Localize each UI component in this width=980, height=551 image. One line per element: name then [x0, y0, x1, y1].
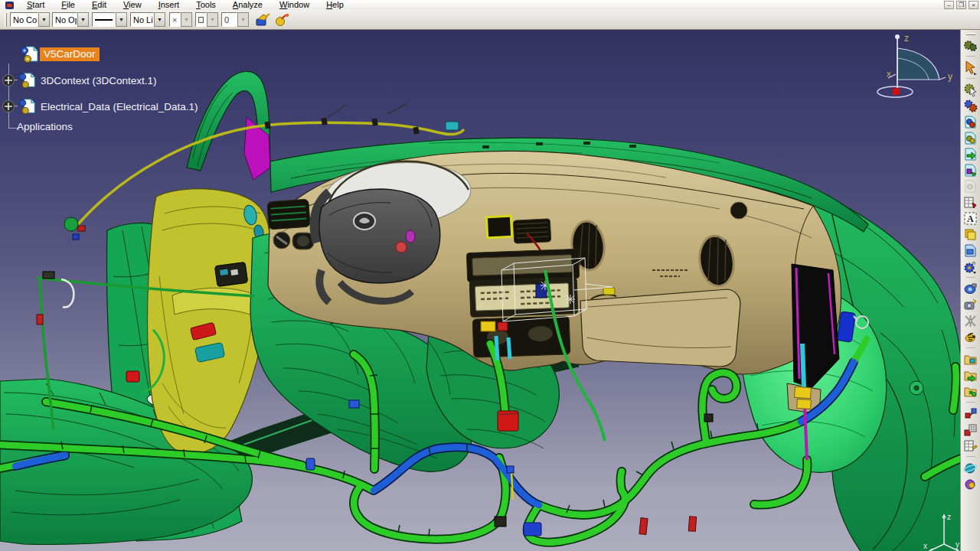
- simulate-bee-icon[interactable]: [963, 330, 978, 344]
- connector-yellow: [481, 321, 495, 331]
- tree-node-electrical-data[interactable]: Electrical_Data (Electrical_Data.1): [2, 97, 198, 116]
- close-button[interactable]: ×: [969, 1, 978, 9]
- rendering-style-combo[interactable]: ▼: [195, 12, 218, 27]
- chevron-down-icon: ▼: [207, 12, 218, 27]
- right-toolbar: A n: [960, 30, 980, 551]
- doc-disabled-icon[interactable]: [963, 179, 978, 194]
- graphic-properties-toolbar: No Col▼ No Opa▼ ▼ No Line▼ ×▼ ▼ 0▼: [0, 10, 980, 30]
- table-edit-icon[interactable]: [963, 195, 978, 210]
- svg-text:n: n: [972, 260, 975, 266]
- sphere-gear-icon[interactable]: [963, 477, 978, 491]
- menu-insert[interactable]: Insert: [150, 0, 188, 10]
- menu-file[interactable]: File: [53, 0, 83, 10]
- line-weight-combo[interactable]: ▼: [92, 12, 127, 27]
- gear-n-icon[interactable]: n: [963, 259, 978, 274]
- square-swatch: [198, 17, 204, 23]
- compass-x-label: x: [887, 69, 891, 78]
- component-icon: [18, 71, 37, 90]
- camera-flash-icon[interactable]: [963, 298, 978, 312]
- link-parts-icon[interactable]: [963, 406, 978, 421]
- toolbar-drag-handle[interactable]: [5, 13, 7, 27]
- layer-combo[interactable]: 0▼: [221, 12, 249, 27]
- folder-export-icon[interactable]: [963, 368, 978, 383]
- wheel-button-red: [396, 242, 407, 253]
- tree-node-label: Applications: [17, 121, 73, 132]
- compass-z-label: z: [904, 33, 909, 44]
- tree-node-applications[interactable]: Applications: [17, 121, 73, 132]
- cube-grid-icon[interactable]: [963, 422, 978, 437]
- chevron-down-icon: ▼: [116, 12, 127, 27]
- opacity-combo[interactable]: No Opa▼: [52, 12, 89, 27]
- graphic-color-combo[interactable]: No Col▼: [10, 12, 50, 27]
- axes-star-icon[interactable]: [963, 314, 978, 328]
- folder-kv-icon[interactable]: [963, 384, 978, 399]
- menu-window[interactable]: Window: [271, 0, 318, 10]
- svg-text:A: A: [967, 214, 974, 224]
- expand-icon[interactable]: [2, 73, 15, 87]
- app-logo-icon: [0, 1, 18, 10]
- compass-y-label: y: [948, 71, 952, 82]
- toolbar-drag-handle[interactable]: [966, 33, 975, 35]
- menu-tools[interactable]: Tools: [188, 0, 224, 10]
- menu-help[interactable]: Help: [318, 0, 352, 10]
- menu-view[interactable]: View: [115, 0, 150, 10]
- chevron-down-icon: ▼: [38, 12, 50, 27]
- glove-box: [580, 288, 740, 367]
- expand-icon[interactable]: [2, 99, 15, 113]
- triad-z-label: z: [947, 513, 951, 521]
- render-camera-icon[interactable]: [963, 282, 978, 296]
- line-type-combo[interactable]: No Line▼: [130, 12, 165, 27]
- sphere-render-icon[interactable]: [963, 461, 978, 475]
- restore-button[interactable]: ❐: [956, 1, 966, 9]
- triad-y-label: y: [956, 540, 959, 549]
- menu-edit[interactable]: Edit: [83, 0, 115, 10]
- doc-gears-icon[interactable]: [963, 115, 978, 129]
- select-cursor-icon[interactable]: [963, 60, 978, 75]
- doc-import-icon[interactable]: [963, 163, 978, 178]
- product-icon: [20, 44, 40, 64]
- chevron-down-icon: ▼: [154, 12, 165, 27]
- chevron-down-icon: ▼: [181, 12, 192, 27]
- text-frame-icon[interactable]: A: [963, 211, 978, 226]
- tree-node-label: Electrical_Data (Electrical_Data.1): [41, 101, 198, 112]
- tree-node-root[interactable]: V5CarDoor: [20, 44, 100, 64]
- layers-icon[interactable]: [963, 227, 978, 242]
- chevron-down-icon: ▼: [237, 12, 249, 27]
- gear-select-icon[interactable]: [963, 83, 978, 97]
- component-icon: [18, 97, 37, 116]
- doc-gear-icon[interactable]: [963, 131, 978, 145]
- doc-export-icon[interactable]: [963, 147, 978, 161]
- chevron-down-icon: ▼: [77, 12, 89, 27]
- wizard-icon[interactable]: [274, 12, 289, 28]
- table-pencil-icon[interactable]: [963, 439, 978, 453]
- catia-application-window: { "menubar": { "items": [ {"label": "Sta…: [0, 0, 980, 551]
- compass-base: [893, 88, 900, 95]
- folder-cube-icon[interactable]: [963, 352, 978, 367]
- view-compass[interactable]: z y x: [877, 33, 952, 97]
- point-symbol-combo[interactable]: ×▼: [169, 12, 192, 27]
- minimize-button[interactable]: –: [944, 1, 954, 9]
- doc-blue-icon[interactable]: [963, 243, 978, 258]
- connector-red: [498, 322, 508, 331]
- message-center-display: [486, 216, 511, 238]
- menu-bar: Start File Edit View Insert Tools Analyz…: [0, 0, 980, 10]
- tree-node-label: 3DContext (3DContext.1): [41, 75, 157, 86]
- triad-x-label: x: [923, 542, 927, 550]
- door-connector-red: [126, 371, 139, 382]
- knowledge-gears-icon[interactable]: [963, 99, 978, 113]
- line-swatch: [95, 19, 113, 21]
- tree-node-label: V5CarDoor: [40, 47, 100, 61]
- paint-properties-icon[interactable]: [256, 12, 271, 28]
- update-gears-icon[interactable]: [963, 38, 978, 53]
- menu-start[interactable]: Start: [18, 0, 53, 10]
- menu-analyze[interactable]: Analyze: [224, 0, 271, 10]
- dash-left-vent: [267, 199, 310, 230]
- tree-node-3dcontext[interactable]: 3DContext (3DContext.1): [2, 71, 157, 90]
- 3d-viewport[interactable]: z y x z x y V5CarDoor: [0, 30, 960, 551]
- dash-tweeter: [730, 202, 747, 219]
